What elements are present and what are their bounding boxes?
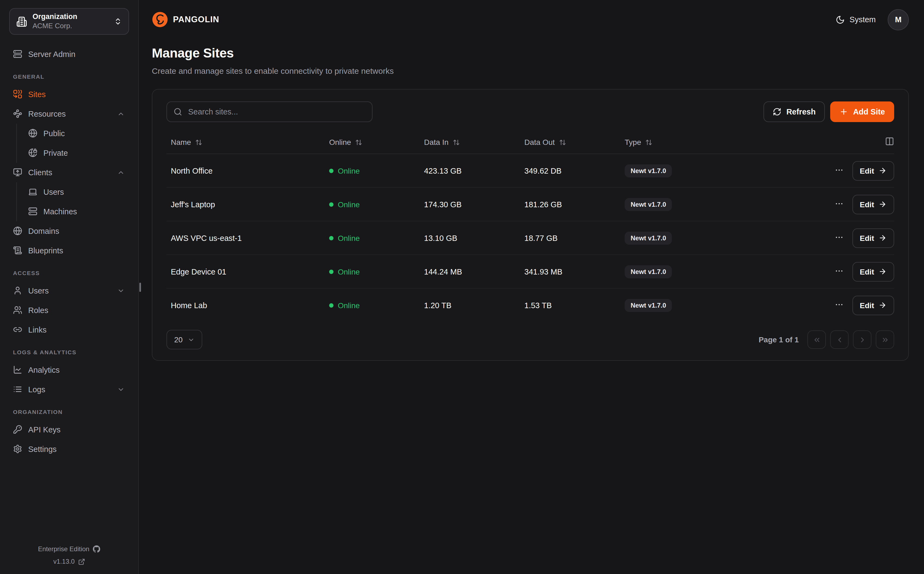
- table-row[interactable]: Edge Device 01 Online 144.24 MB 341.93 M…: [167, 254, 894, 288]
- settings-icon: [13, 444, 22, 454]
- sidebar-item-users[interactable]: Users: [9, 281, 130, 300]
- site-type-badge: Newt v1.7.0: [625, 299, 672, 312]
- next-page-button[interactable]: [853, 330, 871, 349]
- arrow-right-icon: [878, 234, 886, 242]
- avatar[interactable]: M: [888, 9, 909, 30]
- pagination-buttons: [808, 330, 894, 349]
- search-icon: [173, 107, 182, 116]
- edit-label: Edit: [860, 166, 874, 175]
- pangolin-logo-icon: [152, 11, 168, 28]
- sidebar-item-label: Clients: [28, 168, 52, 177]
- sidebar-item-clients[interactable]: Clients: [9, 163, 130, 182]
- organization-selector[interactable]: Organization ACME Corp.: [9, 8, 129, 35]
- sidebar: Organization ACME Corp. Server AdminGENE…: [0, 0, 139, 574]
- link-icon: [13, 325, 22, 334]
- sidebar-item-label: Public: [43, 129, 65, 137]
- theme-toggle[interactable]: System: [835, 15, 876, 24]
- sidebar-nav: Server AdminGENERALSitesResourcesPublicP…: [0, 35, 138, 545]
- sidebar-item-label: Sites: [28, 90, 46, 98]
- site-name: Home Lab: [167, 301, 329, 309]
- site-type-badge: Newt v1.7.0: [625, 232, 672, 244]
- site-type-badge: Newt v1.7.0: [625, 164, 672, 177]
- table-row[interactable]: North Office Online 423.13 GB 349.62 DB …: [167, 154, 894, 187]
- sidebar-item-server-admin[interactable]: Server Admin: [9, 44, 130, 63]
- sidebar-item-public[interactable]: Public: [17, 124, 130, 143]
- sidebar-item-logs[interactable]: Logs: [9, 380, 130, 399]
- server-icon: [28, 207, 38, 216]
- sidebar-item-analytics[interactable]: Analytics: [9, 360, 130, 379]
- globe-icon: [28, 129, 38, 138]
- column-header-online[interactable]: Online: [329, 138, 424, 147]
- last-page-button[interactable]: [876, 330, 894, 349]
- column-header-data-in[interactable]: Data In: [424, 138, 524, 147]
- sort-icon: [355, 139, 363, 146]
- row-menu-button[interactable]: [833, 198, 845, 211]
- online-status: Online: [338, 200, 360, 208]
- waypoints-icon: [13, 109, 22, 118]
- search-input[interactable]: [187, 107, 366, 117]
- site-data-out: 1.53 TB: [524, 301, 625, 309]
- sidebar-item-blueprints[interactable]: Blueprints: [9, 241, 130, 260]
- row-menu-button[interactable]: [833, 232, 845, 244]
- sidebar-item-settings[interactable]: Settings: [9, 440, 130, 459]
- arrow-right-icon: [878, 167, 886, 175]
- list-icon: [13, 385, 22, 394]
- sidebar-item-label: Roles: [28, 306, 48, 314]
- sidebar-item-private[interactable]: Private: [17, 143, 130, 162]
- site-data-out: 349.62 DB: [524, 166, 625, 175]
- sidebar-item-api-keys[interactable]: API Keys: [9, 420, 130, 439]
- org-selector-label: Organization: [33, 13, 77, 22]
- sidebar-item-label: Domains: [28, 227, 59, 235]
- first-page-button[interactable]: [808, 330, 826, 349]
- sidebar-item-label: Machines: [43, 207, 77, 216]
- sidebar-item-sites[interactable]: Sites: [9, 85, 130, 104]
- sort-icon: [559, 139, 566, 146]
- refresh-label: Refresh: [786, 107, 816, 116]
- sidebar-scrollbar-thumb[interactable]: [139, 283, 141, 292]
- edit-button[interactable]: Edit: [852, 194, 894, 214]
- sidebar-item-machines[interactable]: Machines: [17, 202, 130, 221]
- prev-page-button[interactable]: [830, 330, 849, 349]
- section-label: ACCESS: [13, 270, 125, 276]
- arrow-right-icon: [878, 268, 886, 276]
- edit-button[interactable]: Edit: [852, 295, 894, 315]
- row-menu-button[interactable]: [833, 265, 845, 278]
- sidebar-item-domains[interactable]: Domains: [9, 221, 130, 240]
- column-header-name[interactable]: Name: [167, 138, 329, 147]
- sidebar-item-resources[interactable]: Resources: [9, 104, 130, 123]
- arrow-right-icon: [878, 200, 886, 208]
- chevron-down-icon: [188, 336, 195, 343]
- row-menu-button[interactable]: [833, 299, 845, 312]
- page-head: Manage Sites Create and manage sites to …: [152, 46, 909, 76]
- sidebar-item-links[interactable]: Links: [9, 320, 130, 339]
- table-row[interactable]: AWS VPC us-east-1 Online 13.10 GB 18.77 …: [167, 221, 894, 254]
- chart-line-icon: [13, 365, 22, 374]
- edition-label: Enterprise Edition: [38, 545, 89, 553]
- online-dot: [329, 169, 333, 173]
- page-size-value: 20: [174, 335, 182, 344]
- column-visibility-button[interactable]: [885, 137, 894, 148]
- users-icon: [13, 306, 22, 315]
- row-menu-button[interactable]: [833, 164, 845, 177]
- sidebar-item-users[interactable]: Users: [17, 182, 130, 201]
- page-info: Page 1 of 1: [759, 335, 799, 344]
- online-status: Online: [338, 267, 360, 276]
- sidebar-item-label: Analytics: [28, 366, 60, 374]
- page-title: Manage Sites: [152, 46, 909, 61]
- github-icon[interactable]: [93, 545, 100, 553]
- table-row[interactable]: Jeff's Laptop Online 174.30 GB 181.26 GB…: [167, 187, 894, 221]
- column-header-type[interactable]: Type: [625, 138, 808, 147]
- edit-button[interactable]: Edit: [852, 228, 894, 248]
- add-site-button[interactable]: Add Site: [830, 101, 894, 122]
- building-icon: [16, 16, 27, 27]
- sidebar-item-roles[interactable]: Roles: [9, 301, 130, 320]
- refresh-button[interactable]: Refresh: [764, 101, 825, 122]
- column-header-data-out[interactable]: Data Out: [524, 138, 625, 147]
- page-size-select[interactable]: 20: [167, 330, 202, 349]
- edit-button[interactable]: Edit: [852, 262, 894, 281]
- table-row[interactable]: Home Lab Online 1.20 TB 1.53 TB Newt v1.…: [167, 288, 894, 322]
- external-link-icon[interactable]: [78, 558, 85, 565]
- sort-icon: [195, 139, 203, 146]
- sidebar-item-label: Logs: [28, 385, 45, 394]
- edit-button[interactable]: Edit: [852, 161, 894, 180]
